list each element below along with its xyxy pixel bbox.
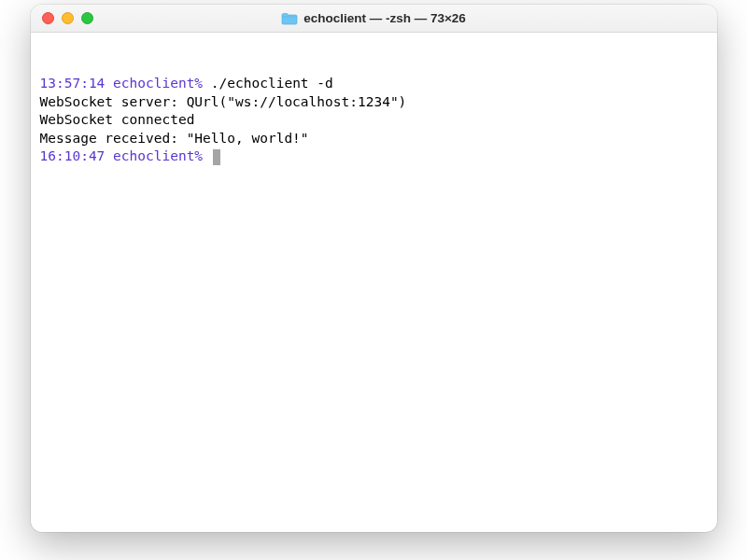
terminal-line: Message received: "Hello, world!"	[40, 130, 708, 148]
window-titlebar[interactable]: echoclient — -zsh — 73×26	[31, 5, 717, 33]
terminal-line: WebSocket connected	[40, 111, 708, 130]
window-title-block: echoclient — -zsh — 73×26	[31, 11, 717, 25]
output-text: WebSocket server: QUrl("ws://localhost:1…	[40, 94, 407, 109]
terminal-line: 16:10:47 echoclient%	[40, 147, 708, 166]
close-button[interactable]	[42, 12, 54, 24]
minimize-button[interactable]	[62, 12, 74, 24]
maximize-button[interactable]	[81, 12, 93, 24]
terminal-line: 13:57:14 echoclient% ./echoclient -d	[40, 75, 708, 93]
traffic-lights	[42, 12, 93, 24]
output-text: Message received: "Hello, world!"	[40, 131, 309, 146]
window-title: echoclient — -zsh — 73×26	[303, 11, 466, 25]
output-text: WebSocket connected	[40, 112, 195, 127]
terminal-body[interactable]: 13:57:14 echoclient% ./echoclient -dWebS…	[31, 33, 717, 532]
terminal-window: echoclient — -zsh — 73×26 13:57:14 echoc…	[31, 5, 717, 532]
command-text: ./echoclient -d	[203, 76, 333, 91]
prompt: 16:10:47 echoclient%	[40, 148, 204, 163]
prompt: 13:57:14 echoclient%	[40, 76, 204, 91]
folder-icon	[281, 12, 298, 25]
command-text	[203, 148, 211, 163]
cursor	[213, 149, 220, 165]
terminal-line: WebSocket server: QUrl("ws://localhost:1…	[40, 93, 708, 112]
